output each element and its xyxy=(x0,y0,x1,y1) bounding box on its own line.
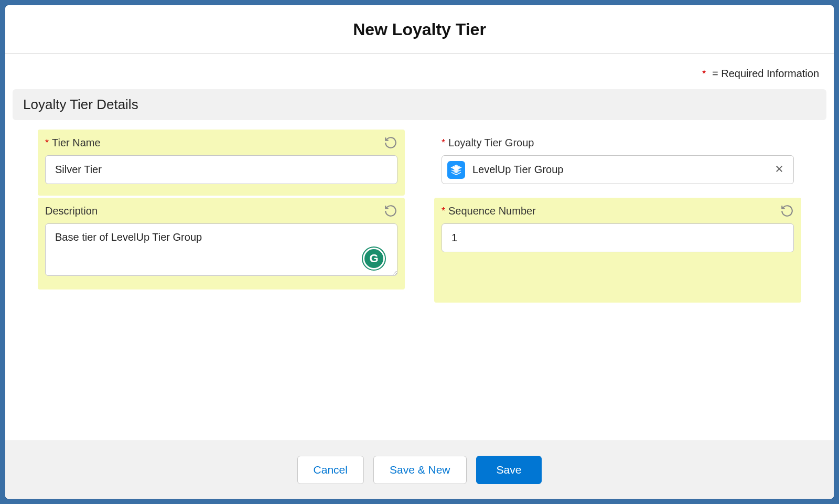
modal-footer: Cancel Save & New Save xyxy=(5,441,834,499)
form-left-column: * Tier Name Description G xyxy=(38,130,405,305)
description-label: Description xyxy=(45,205,397,217)
loyalty-tier-group-label: * Loyalty Tier Group xyxy=(442,137,794,149)
close-icon[interactable] xyxy=(772,161,786,179)
loyalty-tier-group-value: LevelUp Tier Group xyxy=(472,164,765,176)
description-field: Description G xyxy=(38,198,405,289)
required-asterisk: * xyxy=(702,68,706,79)
save-button[interactable]: Save xyxy=(476,456,542,484)
sequence-number-field: * Sequence Number xyxy=(434,198,801,303)
required-asterisk: * xyxy=(442,206,445,217)
loyalty-tier-group-lookup[interactable]: LevelUp Tier Group xyxy=(442,155,794,184)
cancel-button[interactable]: Cancel xyxy=(297,456,364,484)
required-asterisk: * xyxy=(442,137,445,148)
form-columns: * Tier Name Description G xyxy=(13,130,826,305)
loyalty-tier-group-field: * Loyalty Tier Group LevelUp Tier Group xyxy=(434,130,801,196)
sequence-number-label: * Sequence Number xyxy=(442,205,794,217)
undo-icon[interactable] xyxy=(384,204,397,220)
undo-icon[interactable] xyxy=(384,136,397,152)
new-loyalty-tier-modal: New Loyalty Tier * = Required Informatio… xyxy=(5,5,834,499)
grammarly-icon[interactable]: G xyxy=(362,246,386,271)
form-right-column: * Loyalty Tier Group LevelUp Tier Group xyxy=(434,130,801,305)
description-textarea[interactable] xyxy=(45,223,397,276)
description-textarea-wrap: G xyxy=(45,223,397,278)
tier-name-field: * Tier Name xyxy=(38,130,405,196)
save-and-new-button[interactable]: Save & New xyxy=(373,456,467,484)
undo-icon[interactable] xyxy=(780,204,794,220)
section-header: Loyalty Tier Details xyxy=(13,89,826,120)
tier-name-input[interactable] xyxy=(45,155,397,184)
sequence-number-input[interactable] xyxy=(442,223,794,252)
required-info-note: * = Required Information xyxy=(13,63,826,89)
required-note-text: = Required Information xyxy=(709,68,819,79)
tier-name-label: * Tier Name xyxy=(45,137,397,149)
modal-title: New Loyalty Tier xyxy=(5,20,834,39)
required-asterisk: * xyxy=(45,137,49,148)
modal-body: * = Required Information Loyalty Tier De… xyxy=(5,54,834,441)
layers-icon xyxy=(447,161,465,179)
modal-header: New Loyalty Tier xyxy=(5,5,834,54)
